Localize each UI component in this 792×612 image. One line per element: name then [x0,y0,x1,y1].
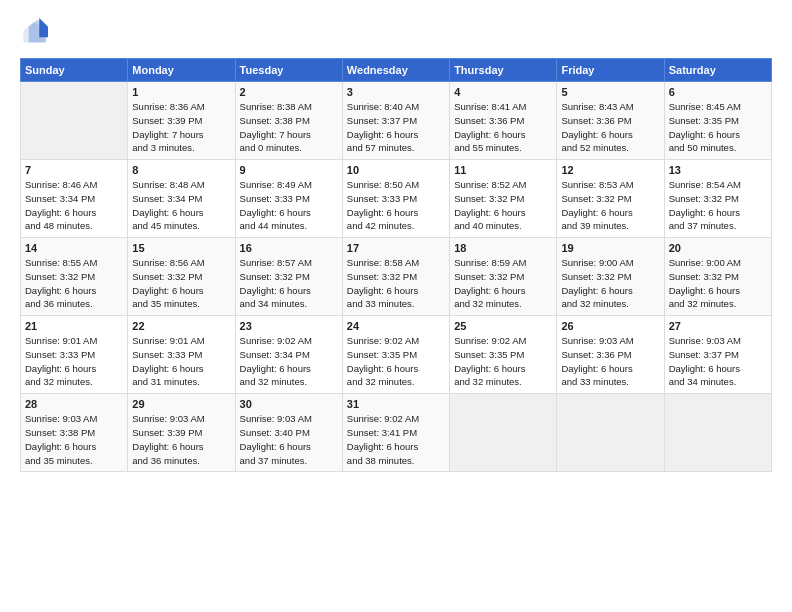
col-header-tuesday: Tuesday [235,59,342,82]
calendar-cell: 23Sunrise: 9:02 AM Sunset: 3:34 PM Dayli… [235,316,342,394]
calendar-cell [450,394,557,472]
calendar-cell: 1Sunrise: 8:36 AM Sunset: 3:39 PM Daylig… [128,82,235,160]
day-number: 16 [240,242,338,254]
day-info: Sunrise: 8:36 AM Sunset: 3:39 PM Dayligh… [132,100,230,155]
day-number: 23 [240,320,338,332]
day-info: Sunrise: 8:58 AM Sunset: 3:32 PM Dayligh… [347,256,445,311]
day-number: 2 [240,86,338,98]
day-number: 17 [347,242,445,254]
day-info: Sunrise: 8:49 AM Sunset: 3:33 PM Dayligh… [240,178,338,233]
day-info: Sunrise: 8:38 AM Sunset: 3:38 PM Dayligh… [240,100,338,155]
col-header-wednesday: Wednesday [342,59,449,82]
day-info: Sunrise: 8:59 AM Sunset: 3:32 PM Dayligh… [454,256,552,311]
day-number: 10 [347,164,445,176]
day-info: Sunrise: 9:03 AM Sunset: 3:37 PM Dayligh… [669,334,767,389]
day-info: Sunrise: 9:03 AM Sunset: 3:40 PM Dayligh… [240,412,338,467]
calendar-cell: 31Sunrise: 9:02 AM Sunset: 3:41 PM Dayli… [342,394,449,472]
day-number: 29 [132,398,230,410]
day-number: 14 [25,242,123,254]
day-number: 1 [132,86,230,98]
day-info: Sunrise: 9:02 AM Sunset: 3:34 PM Dayligh… [240,334,338,389]
week-row-2: 7Sunrise: 8:46 AM Sunset: 3:34 PM Daylig… [21,160,772,238]
day-info: Sunrise: 8:48 AM Sunset: 3:34 PM Dayligh… [132,178,230,233]
day-number: 22 [132,320,230,332]
calendar-cell: 11Sunrise: 8:52 AM Sunset: 3:32 PM Dayli… [450,160,557,238]
calendar-cell: 6Sunrise: 8:45 AM Sunset: 3:35 PM Daylig… [664,82,771,160]
day-info: Sunrise: 8:55 AM Sunset: 3:32 PM Dayligh… [25,256,123,311]
day-number: 24 [347,320,445,332]
calendar-cell: 18Sunrise: 8:59 AM Sunset: 3:32 PM Dayli… [450,238,557,316]
day-number: 15 [132,242,230,254]
day-info: Sunrise: 8:56 AM Sunset: 3:32 PM Dayligh… [132,256,230,311]
calendar-cell [21,82,128,160]
svg-marker-3 [39,18,48,37]
logo-icon [20,18,48,46]
calendar-cell: 7Sunrise: 8:46 AM Sunset: 3:34 PM Daylig… [21,160,128,238]
day-number: 3 [347,86,445,98]
day-number: 4 [454,86,552,98]
calendar-cell: 29Sunrise: 9:03 AM Sunset: 3:39 PM Dayli… [128,394,235,472]
day-number: 9 [240,164,338,176]
calendar-cell [664,394,771,472]
day-info: Sunrise: 9:02 AM Sunset: 3:35 PM Dayligh… [347,334,445,389]
calendar-cell: 8Sunrise: 8:48 AM Sunset: 3:34 PM Daylig… [128,160,235,238]
col-header-thursday: Thursday [450,59,557,82]
calendar-cell: 20Sunrise: 9:00 AM Sunset: 3:32 PM Dayli… [664,238,771,316]
day-number: 7 [25,164,123,176]
day-info: Sunrise: 9:00 AM Sunset: 3:32 PM Dayligh… [561,256,659,311]
calendar-cell: 21Sunrise: 9:01 AM Sunset: 3:33 PM Dayli… [21,316,128,394]
day-number: 28 [25,398,123,410]
day-info: Sunrise: 8:40 AM Sunset: 3:37 PM Dayligh… [347,100,445,155]
col-header-friday: Friday [557,59,664,82]
day-info: Sunrise: 8:53 AM Sunset: 3:32 PM Dayligh… [561,178,659,233]
day-info: Sunrise: 8:45 AM Sunset: 3:35 PM Dayligh… [669,100,767,155]
calendar-cell: 16Sunrise: 8:57 AM Sunset: 3:32 PM Dayli… [235,238,342,316]
calendar-cell: 14Sunrise: 8:55 AM Sunset: 3:32 PM Dayli… [21,238,128,316]
day-info: Sunrise: 8:50 AM Sunset: 3:33 PM Dayligh… [347,178,445,233]
day-number: 30 [240,398,338,410]
day-info: Sunrise: 8:41 AM Sunset: 3:36 PM Dayligh… [454,100,552,155]
calendar-cell: 30Sunrise: 9:03 AM Sunset: 3:40 PM Dayli… [235,394,342,472]
day-info: Sunrise: 8:46 AM Sunset: 3:34 PM Dayligh… [25,178,123,233]
day-number: 21 [25,320,123,332]
day-number: 13 [669,164,767,176]
day-number: 25 [454,320,552,332]
day-number: 20 [669,242,767,254]
day-number: 5 [561,86,659,98]
day-info: Sunrise: 9:02 AM Sunset: 3:41 PM Dayligh… [347,412,445,467]
day-info: Sunrise: 9:03 AM Sunset: 3:38 PM Dayligh… [25,412,123,467]
day-info: Sunrise: 9:00 AM Sunset: 3:32 PM Dayligh… [669,256,767,311]
calendar-cell: 15Sunrise: 8:56 AM Sunset: 3:32 PM Dayli… [128,238,235,316]
day-info: Sunrise: 9:03 AM Sunset: 3:36 PM Dayligh… [561,334,659,389]
calendar-cell: 4Sunrise: 8:41 AM Sunset: 3:36 PM Daylig… [450,82,557,160]
day-info: Sunrise: 9:02 AM Sunset: 3:35 PM Dayligh… [454,334,552,389]
calendar-cell: 27Sunrise: 9:03 AM Sunset: 3:37 PM Dayli… [664,316,771,394]
week-row-4: 21Sunrise: 9:01 AM Sunset: 3:33 PM Dayli… [21,316,772,394]
calendar-cell: 19Sunrise: 9:00 AM Sunset: 3:32 PM Dayli… [557,238,664,316]
calendar-cell: 26Sunrise: 9:03 AM Sunset: 3:36 PM Dayli… [557,316,664,394]
calendar-cell: 25Sunrise: 9:02 AM Sunset: 3:35 PM Dayli… [450,316,557,394]
day-number: 26 [561,320,659,332]
day-number: 11 [454,164,552,176]
calendar-cell: 13Sunrise: 8:54 AM Sunset: 3:32 PM Dayli… [664,160,771,238]
day-number: 12 [561,164,659,176]
logo [20,18,52,46]
calendar-cell: 24Sunrise: 9:02 AM Sunset: 3:35 PM Dayli… [342,316,449,394]
day-number: 31 [347,398,445,410]
day-number: 19 [561,242,659,254]
calendar-cell: 17Sunrise: 8:58 AM Sunset: 3:32 PM Dayli… [342,238,449,316]
day-info: Sunrise: 9:01 AM Sunset: 3:33 PM Dayligh… [132,334,230,389]
day-info: Sunrise: 8:52 AM Sunset: 3:32 PM Dayligh… [454,178,552,233]
calendar-cell: 28Sunrise: 9:03 AM Sunset: 3:38 PM Dayli… [21,394,128,472]
day-number: 18 [454,242,552,254]
day-info: Sunrise: 9:03 AM Sunset: 3:39 PM Dayligh… [132,412,230,467]
calendar-cell: 22Sunrise: 9:01 AM Sunset: 3:33 PM Dayli… [128,316,235,394]
day-number: 6 [669,86,767,98]
day-info: Sunrise: 8:43 AM Sunset: 3:36 PM Dayligh… [561,100,659,155]
calendar-cell: 3Sunrise: 8:40 AM Sunset: 3:37 PM Daylig… [342,82,449,160]
calendar-cell: 2Sunrise: 8:38 AM Sunset: 3:38 PM Daylig… [235,82,342,160]
day-info: Sunrise: 8:54 AM Sunset: 3:32 PM Dayligh… [669,178,767,233]
day-info: Sunrise: 8:57 AM Sunset: 3:32 PM Dayligh… [240,256,338,311]
week-row-5: 28Sunrise: 9:03 AM Sunset: 3:38 PM Dayli… [21,394,772,472]
calendar-table: SundayMondayTuesdayWednesdayThursdayFrid… [20,58,772,472]
